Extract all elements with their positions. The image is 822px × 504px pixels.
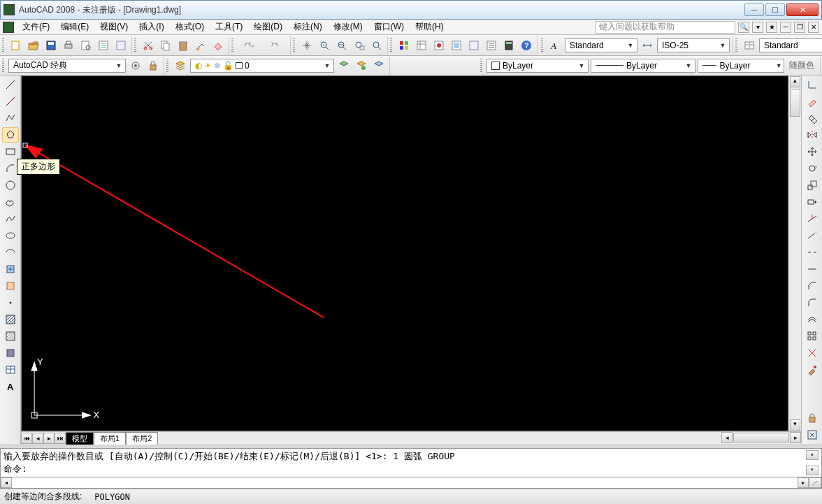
comm-center-icon[interactable]: ▾	[752, 22, 763, 33]
text-style-dropdown[interactable]: Standard▼	[565, 38, 637, 52]
design-center-button[interactable]	[466, 38, 482, 53]
layout2-tab[interactable]: 布局2	[126, 432, 158, 445]
cmd-hscroll-left[interactable]: ◂	[1, 477, 12, 488]
new-button[interactable]	[8, 38, 24, 53]
line-tool[interactable]	[2, 77, 19, 92]
region-tool[interactable]	[2, 345, 19, 361]
doc-close-button[interactable]: ✕	[808, 22, 819, 33]
point-tool[interactable]	[2, 295, 19, 310]
lineweight-dropdown[interactable]: ByLayer▼	[698, 59, 784, 73]
rectangle-tool[interactable]	[2, 144, 19, 159]
explode-tool[interactable]	[804, 345, 821, 361]
maximize-button[interactable]: ☐	[765, 3, 785, 16]
workspace-dropdown[interactable]: AutoCAD 经典▼	[8, 59, 126, 73]
match-button[interactable]	[193, 38, 208, 53]
copy-tool[interactable]	[804, 110, 821, 126]
tab-prev-button[interactable]: ◂	[32, 433, 43, 444]
dim-style-icon[interactable]	[640, 38, 655, 53]
make-block-tool[interactable]	[2, 278, 19, 294]
doc-restore-button[interactable]: ❐	[794, 22, 805, 33]
close-button[interactable]: ✕	[786, 3, 819, 16]
menu-file[interactable]: 文件(F)	[17, 20, 55, 34]
layer-iso-button[interactable]	[371, 58, 387, 73]
menu-edit[interactable]: 编辑(E)	[55, 20, 94, 34]
sheet-set-button[interactable]	[414, 38, 429, 53]
model-tab[interactable]: 模型	[66, 432, 94, 445]
tool-palettes-button[interactable]	[396, 38, 412, 53]
polygon-tool[interactable]	[2, 127, 19, 143]
undo-button[interactable]	[238, 38, 261, 53]
h-scroll-thumb[interactable]	[733, 433, 789, 442]
hatch-tool[interactable]	[2, 312, 19, 327]
table-style-icon[interactable]	[742, 38, 757, 53]
xline-tool[interactable]	[2, 94, 19, 109]
rotate-tool[interactable]	[804, 161, 821, 176]
publish-button[interactable]	[96, 38, 111, 53]
revcloud-tool[interactable]	[2, 194, 19, 210]
help-button[interactable]: ?	[519, 38, 534, 53]
menu-format[interactable]: 格式(O)	[170, 20, 210, 34]
zoom-win-button[interactable]	[352, 38, 367, 53]
spline-tool[interactable]	[2, 211, 19, 226]
tab-first-button[interactable]: ⏮	[21, 433, 32, 444]
table-style-dropdown[interactable]: Standard▼	[759, 38, 822, 52]
scroll-right-button[interactable]: ▸	[790, 432, 801, 443]
layer-states-button[interactable]	[354, 58, 369, 73]
pan-button[interactable]	[299, 38, 315, 53]
menu-modify[interactable]: 修改(M)	[328, 20, 368, 34]
color-dropdown[interactable]: ByLayer▼	[486, 59, 589, 73]
join-tool[interactable]	[804, 261, 821, 277]
ellipse-arc-tool[interactable]	[2, 245, 19, 260]
zoom-all-button[interactable]	[369, 38, 384, 53]
open-button[interactable]	[26, 38, 41, 53]
doc-min-button[interactable]: ─	[780, 22, 791, 33]
menu-draw[interactable]: 绘图(D)	[248, 20, 288, 34]
array-tool[interactable]	[804, 329, 821, 344]
insert-block-tool[interactable]	[2, 261, 19, 277]
redo-button[interactable]	[264, 38, 287, 53]
gradient-tool[interactable]	[2, 329, 19, 344]
favorites-icon[interactable]: ★	[766, 22, 777, 33]
layer-manager-button[interactable]	[173, 58, 188, 73]
move-tool[interactable]	[804, 144, 821, 159]
vertical-scrollbar[interactable]: ▴ ▾	[788, 75, 801, 431]
eraser-button[interactable]	[210, 38, 226, 53]
chamfer-tool[interactable]	[804, 278, 821, 294]
scroll-left-button[interactable]: ◂	[721, 432, 733, 443]
paint-tool[interactable]	[804, 362, 821, 377]
mirror-tool[interactable]	[804, 127, 821, 143]
dwf-button[interactable]	[449, 38, 464, 53]
fillet-tool[interactable]	[804, 295, 821, 310]
break-tool[interactable]	[804, 245, 821, 260]
save-button[interactable]	[43, 38, 59, 53]
search-icon[interactable]: 🔍	[738, 22, 749, 33]
tab-last-button[interactable]: ⏭	[55, 433, 66, 444]
menu-insert[interactable]: 插入(I)	[134, 20, 169, 34]
text-style-icon[interactable]: A	[547, 38, 563, 53]
markup-button[interactable]	[431, 38, 447, 53]
tab-next-button[interactable]: ▸	[43, 433, 55, 444]
cmd-resize-grip[interactable]: ⋰	[809, 477, 821, 488]
ellipse-tool[interactable]	[2, 228, 19, 243]
properties-button[interactable]	[484, 38, 499, 53]
h-scroll-track[interactable]	[158, 432, 721, 444]
layout1-tab[interactable]: 布局1	[94, 432, 126, 445]
cmd-scroll-down[interactable]: ▾	[806, 466, 819, 475]
ucs-tool[interactable]	[804, 77, 821, 92]
print-button[interactable]	[61, 38, 76, 53]
scale-tool[interactable]	[804, 178, 821, 193]
lock-ui-button[interactable]	[804, 410, 821, 426]
trim-tool[interactable]	[804, 211, 821, 226]
extend-tool[interactable]	[804, 228, 821, 243]
workspace-lock-button[interactable]	[145, 58, 161, 73]
circle-tool[interactable]	[2, 178, 19, 193]
menu-help[interactable]: 帮助(H)	[410, 20, 449, 34]
cut-button[interactable]	[140, 38, 156, 53]
clean-screen-button[interactable]	[804, 427, 821, 442]
offset-tool[interactable]	[804, 312, 821, 327]
plot-button[interactable]	[113, 38, 129, 53]
cmd-scroll-up[interactable]: ▴	[806, 450, 819, 460]
menu-dimension[interactable]: 标注(N)	[288, 20, 328, 34]
workspace-settings-button[interactable]	[128, 58, 143, 73]
menu-view[interactable]: 视图(V)	[94, 20, 134, 34]
